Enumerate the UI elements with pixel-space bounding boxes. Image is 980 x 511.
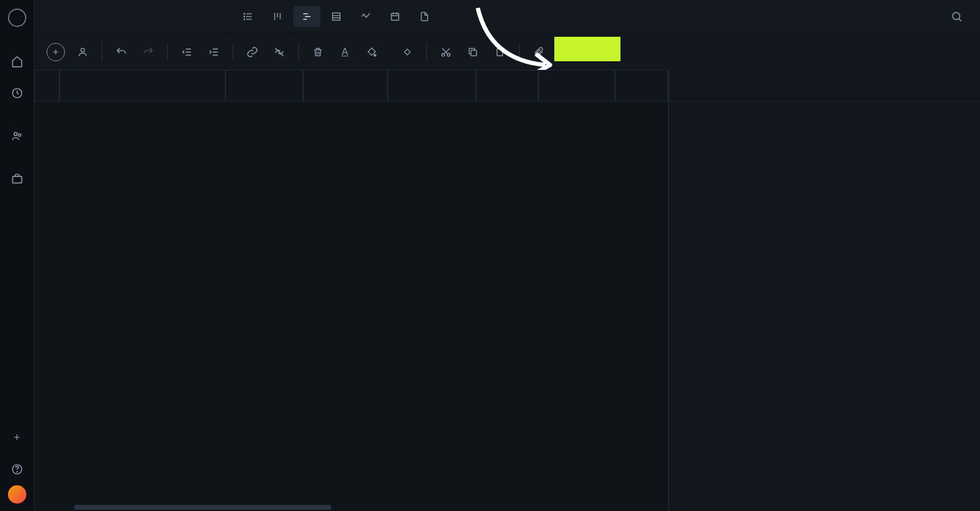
horizontal-scrollbar[interactable] [74, 505, 331, 510]
redo-button[interactable] [137, 40, 160, 64]
svg-point-25 [952, 12, 960, 20]
svg-line-26 [959, 18, 961, 21]
indent-button[interactable] [202, 40, 225, 64]
assign-button[interactable] [71, 40, 94, 64]
svg-point-1 [14, 132, 17, 135]
col-duration[interactable] [225, 70, 303, 102]
user-avatar[interactable] [8, 485, 26, 504]
copy-button[interactable] [461, 40, 484, 64]
attach-button[interactable] [527, 40, 550, 64]
cut-button[interactable] [434, 40, 458, 64]
help-icon[interactable] [5, 457, 29, 482]
col-all[interactable] [34, 70, 59, 102]
svg-point-2 [18, 134, 21, 136]
font-button[interactable]: A [333, 40, 356, 64]
board-view-icon[interactable] [264, 6, 291, 27]
link-button[interactable] [241, 40, 264, 64]
list-view-icon[interactable] [235, 6, 262, 27]
gantt-chart [668, 70, 980, 511]
svg-rect-36 [404, 49, 410, 55]
sheet-view-icon[interactable] [323, 6, 350, 27]
col-priority[interactable] [615, 70, 668, 102]
search-icon[interactable] [946, 6, 968, 28]
svg-rect-41 [471, 50, 477, 56]
files-view-icon[interactable] [411, 6, 438, 27]
col-planned-start[interactable] [303, 70, 388, 102]
calendar-view-icon[interactable] [382, 6, 409, 27]
toolbar: + A [34, 33, 980, 70]
add-icon[interactable]: + [5, 425, 29, 450]
fill-button[interactable] [360, 40, 383, 64]
grid-header [34, 70, 668, 102]
col-planned-finish[interactable] [388, 70, 475, 102]
left-rail: + [0, 0, 34, 511]
svg-rect-18 [333, 13, 340, 20]
view-switcher [235, 6, 438, 27]
add-task-button[interactable]: + [47, 43, 65, 61]
svg-rect-21 [391, 13, 399, 20]
team-icon[interactable] [5, 124, 29, 148]
svg-point-35 [374, 54, 376, 56]
portfolio-icon[interactable] [5, 167, 29, 191]
paste-button[interactable] [488, 40, 511, 64]
task-grid [34, 70, 668, 511]
app-logo[interactable] [8, 9, 26, 27]
svg-point-9 [244, 13, 245, 15]
cta-banner[interactable] [554, 37, 620, 61]
undo-button[interactable] [110, 40, 133, 64]
svg-point-11 [244, 19, 245, 20]
dashboard-view-icon[interactable] [352, 6, 379, 27]
col-task-name[interactable] [59, 70, 225, 102]
svg-rect-3 [12, 176, 21, 183]
svg-point-5 [17, 472, 17, 472]
home-icon[interactable] [5, 49, 29, 74]
milestone-icon[interactable] [396, 40, 419, 64]
delete-button[interactable] [306, 40, 330, 64]
col-percent-complete[interactable] [538, 70, 615, 102]
title-bar [34, 0, 980, 33]
gantt-timeline-header [669, 70, 980, 102]
outdent-button[interactable] [175, 40, 198, 64]
svg-point-10 [244, 16, 245, 17]
svg-point-27 [81, 48, 85, 51]
recent-icon[interactable] [5, 81, 29, 105]
gantt-view-icon[interactable] [293, 6, 320, 27]
unlink-button[interactable] [268, 40, 291, 64]
col-assigned[interactable] [476, 70, 538, 102]
